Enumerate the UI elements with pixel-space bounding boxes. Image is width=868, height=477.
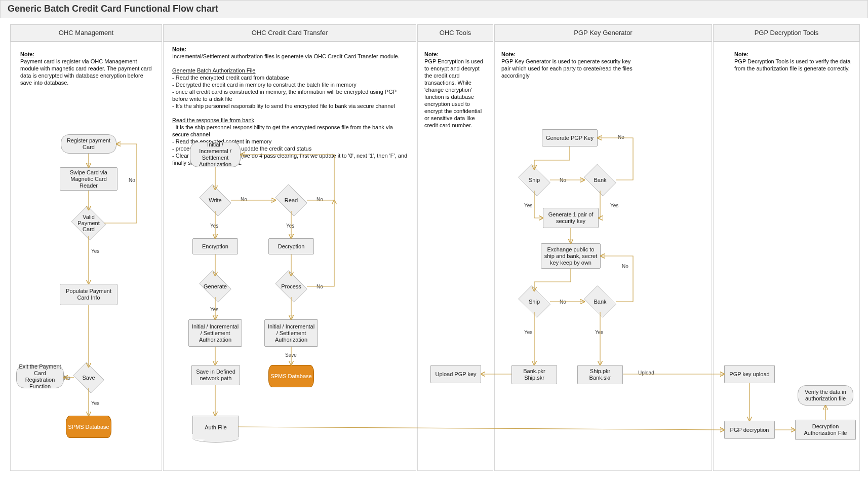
edge-label-no: No: [317, 197, 323, 202]
lane-header-ohc-tools: OHC Tools: [417, 24, 493, 42]
decision-generate: Generate: [198, 274, 233, 299]
note-body: PGP Decryption Tools is used to verify t…: [734, 58, 851, 71]
node-verify-auth-file: Verify the data in authorization file: [798, 385, 853, 406]
decision-write: Write: [198, 188, 233, 213]
edge-label-no: No: [560, 177, 566, 183]
decision-ship-1: Ship: [517, 167, 552, 193]
lane-ohc-management: [10, 42, 162, 471]
node-auth-left: Initial / Incremental / Settlement Autho…: [188, 319, 242, 347]
note-heading: Note:: [501, 51, 516, 57]
note-body: PGP Key Generator is used to generate se…: [501, 58, 633, 79]
node-exit-registration: Exit the Payment Card Registration Funct…: [16, 365, 64, 388]
decision-read: Read: [273, 188, 309, 213]
note-pgp-key-gen: Note: PGP Key Generator is used to gener…: [501, 51, 633, 79]
edge-label-upload: Upload: [638, 370, 654, 376]
node-ship-files: Bank.pkr Ship.skr: [511, 365, 557, 384]
edge-label-yes: Yes: [610, 203, 618, 208]
node-bank-files: Ship.pkr Bank.skr: [577, 365, 623, 384]
decision-ship-2: Ship: [517, 289, 552, 314]
note-heading: Note:: [424, 51, 439, 57]
lane-header-ohc-cc-transfer: OHC Credit Card Transfer: [163, 24, 416, 42]
flowchart-canvas: Generic Batch Credit Card Functional Flo…: [0, 0, 868, 477]
edge-label-yes: Yes: [595, 329, 603, 335]
node-encryption: Encryption: [192, 238, 238, 254]
edge-label-no: No: [129, 177, 135, 183]
edge-label-yes: Yes: [210, 307, 218, 312]
node-pgp-key-upload: PGP key upload: [724, 365, 775, 383]
edge-label-no: No: [618, 134, 624, 140]
edge-label-yes: Yes: [91, 248, 99, 254]
node-spms-database-2: SPMS Database: [268, 365, 314, 387]
decision-save: Save: [72, 365, 105, 390]
lane-header-ohc-management: OHC Management: [10, 24, 162, 42]
node-auth-file: Auth File: [192, 416, 239, 438]
note-heading: Note:: [172, 46, 186, 52]
edge-label-yes: Yes: [524, 329, 532, 335]
node-exchange-public: Exchange public to ship and bank, secret…: [541, 243, 601, 269]
note-line: - It's the ship personnel responsibility…: [172, 103, 395, 109]
edge-label-no: No: [241, 197, 247, 202]
note-line: - it is the ship personnel responsibilit…: [172, 124, 393, 137]
node-decryption-auth-file: Decryption Authorization File: [795, 420, 856, 440]
note-ohc-management: Note: Payment card is register via OHC M…: [20, 51, 152, 86]
lane-pgp-key-gen: [494, 42, 712, 471]
note-subhead: Read the response file from bank: [172, 117, 254, 123]
edge-label-save: Save: [285, 352, 297, 358]
note-line: - once all credit card is constructed in…: [172, 89, 397, 102]
decision-valid-payment-card: Valid Payment Card: [71, 208, 106, 238]
note-heading: Note:: [734, 51, 748, 57]
decision-process: Process: [273, 274, 309, 299]
note-line: Incremental/Settlement authorization fil…: [172, 53, 400, 59]
node-generate-pgp-key: Generate PGP Key: [542, 129, 598, 146]
note-pgp-decryption: Note: PGP Decryption Tools is used to ve…: [734, 51, 856, 72]
lane-header-pgp-key-gen: PGP Key Generator: [494, 24, 712, 42]
note-subhead: Generate Batch Authorization File: [172, 67, 255, 74]
node-populate-card-info: Populate Payment Card Info: [60, 284, 117, 305]
node-initial-authorization: Initial / Incremental / Settlement Autho…: [190, 142, 241, 167]
edge-label-yes: Yes: [524, 203, 532, 208]
note-line: - Decrypted the credit card in memory to…: [172, 82, 357, 88]
note-heading: Note:: [20, 51, 34, 57]
decision-bank-2: Bank: [582, 289, 618, 314]
note-line: - Read the encrypted credit card from da…: [172, 75, 289, 81]
node-pgp-decryption: PGP decryption: [724, 421, 775, 439]
decision-bank-1: Bank: [582, 167, 618, 193]
lane-pgp-decryption: [713, 42, 860, 471]
edge-label-no: No: [560, 299, 566, 305]
node-upload-pgp-key: Upload PGP key: [430, 365, 481, 383]
edge-label-no: No: [622, 264, 628, 269]
node-swipe-card: Swipe Card via Magnetic Card Reader: [60, 167, 117, 191]
edge-label-yes: Yes: [210, 223, 218, 229]
node-decryption: Decryption: [268, 238, 314, 254]
node-auth-right: Initial / Incremental / Settlement Autho…: [264, 319, 318, 347]
edge-label-no: No: [64, 375, 70, 381]
page-title: Generic Batch Credit Card Functional Flo…: [0, 0, 868, 18]
node-generate-key-pair: Generate 1 pair of security key: [543, 208, 599, 228]
node-register-payment-card: Register payment Card: [61, 134, 116, 154]
lane-header-pgp-decryption: PGP Decryption Tools: [713, 24, 860, 42]
edge-label-no: No: [317, 284, 323, 289]
node-spms-database-1: SPMS Database: [66, 416, 111, 438]
note-body: Payment card is register via OHC Managem…: [20, 58, 152, 86]
note-body: PGP Encryption is used to encrypt and de…: [424, 58, 483, 128]
note-ohc-tools: Note: PGP Encryption is used to encrypt …: [424, 51, 488, 129]
edge-label-yes: Yes: [91, 400, 99, 406]
edge-label-yes: Yes: [286, 223, 294, 229]
node-save-network-path: Save in Defined network path: [191, 365, 240, 385]
